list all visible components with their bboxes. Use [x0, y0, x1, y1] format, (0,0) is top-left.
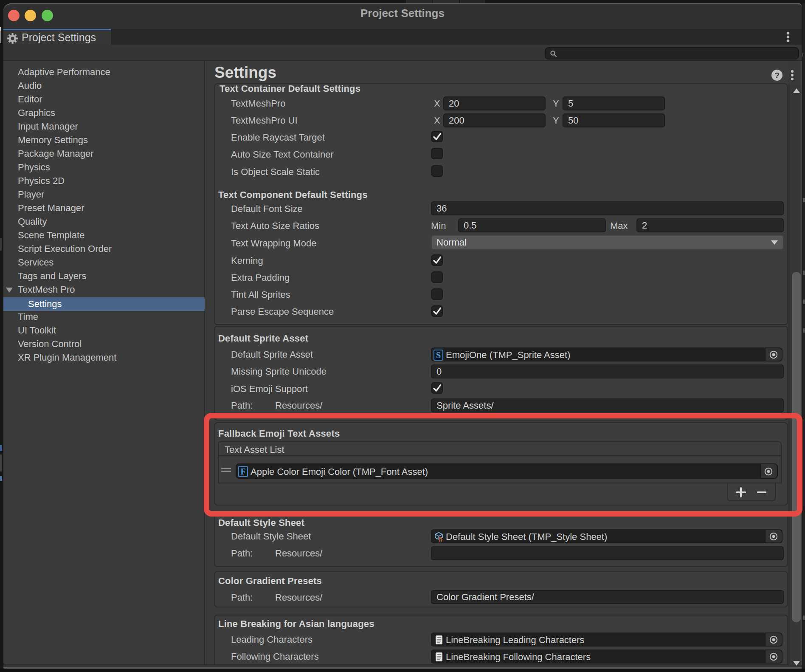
svg-text:{}: {} — [439, 536, 443, 542]
